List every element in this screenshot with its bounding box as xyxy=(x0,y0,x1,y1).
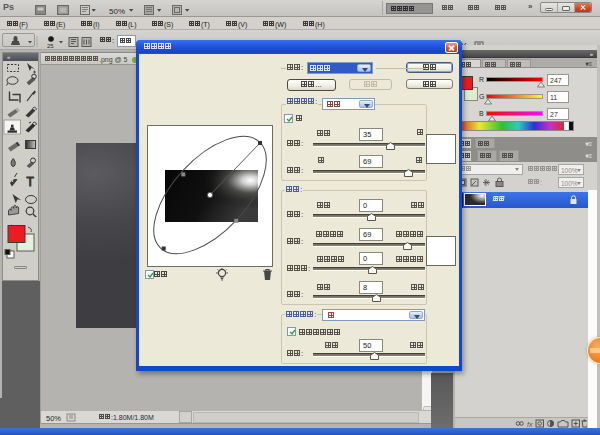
svg-text:T: T xyxy=(27,175,35,189)
svg-text:fx: fx xyxy=(527,421,533,428)
svg-text:25: 25 xyxy=(47,43,54,49)
svg-text:50%: 50% xyxy=(109,7,125,16)
